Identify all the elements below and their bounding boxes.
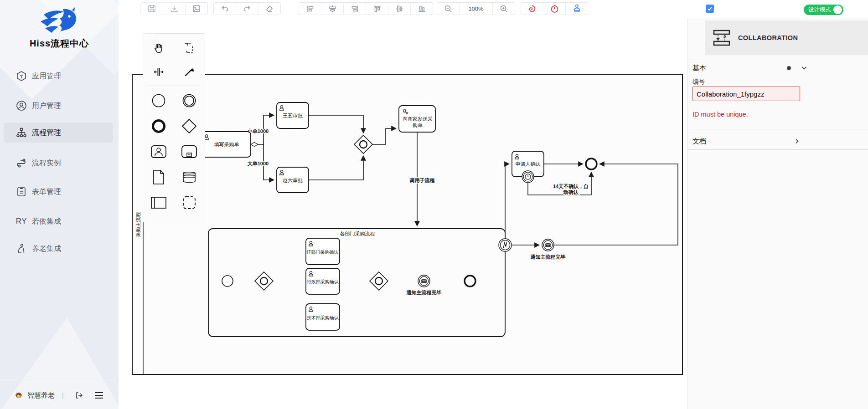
id-field-label: 编号 bbox=[692, 78, 705, 86]
svg-text:通知主流程完毕: 通知主流程完毕 bbox=[530, 254, 566, 260]
elder-person-icon bbox=[16, 243, 27, 255]
panel-divider bbox=[687, 129, 868, 129]
undo-button[interactable] bbox=[214, 3, 236, 15]
footer-divider: | bbox=[62, 392, 64, 399]
zoom-out-button[interactable] bbox=[437, 3, 459, 15]
sitemap-icon bbox=[16, 127, 27, 138]
create-user-task[interactable] bbox=[149, 142, 169, 162]
bpmn-palette bbox=[143, 33, 205, 222]
create-intermediate-event[interactable] bbox=[179, 91, 199, 111]
sidebar-item-process-mgmt[interactable]: 流程管理 bbox=[4, 123, 113, 143]
gateway-icon bbox=[181, 118, 197, 134]
user-circle-icon bbox=[16, 100, 27, 112]
space-tool-icon bbox=[153, 66, 165, 78]
app-box-icon bbox=[16, 70, 27, 82]
sidebar-footer: 智慧养老 | bbox=[0, 382, 119, 409]
subprocess-department-purchase[interactable]: 各部门采购流程 bbox=[208, 229, 505, 337]
align-center-button[interactable] bbox=[321, 3, 343, 15]
task-admin-confirm[interactable]: 行政部采购确认 bbox=[306, 268, 340, 294]
create-group[interactable] bbox=[179, 193, 199, 213]
create-subprocess[interactable] bbox=[179, 142, 199, 162]
section-basic[interactable]: 基本 bbox=[692, 62, 807, 74]
logout-icon[interactable] bbox=[75, 391, 84, 400]
zoom-level[interactable]: 100% bbox=[459, 3, 492, 15]
svg-text:购单: 购单 bbox=[413, 123, 423, 128]
svg-text:IT部门采购确认: IT部门采购确认 bbox=[307, 250, 339, 255]
task-send-order-to-vendor[interactable]: 向商家发送采 购单 bbox=[399, 106, 435, 132]
horse-logo-icon bbox=[37, 6, 81, 35]
sidebar-item-label: 用户管理 bbox=[32, 101, 61, 111]
svg-text:向商家发送采: 向商家发送采 bbox=[403, 116, 433, 122]
create-gateway[interactable] bbox=[179, 116, 199, 136]
boundary-error-event[interactable] bbox=[499, 239, 512, 251]
panel-divider bbox=[687, 60, 868, 60]
token-simulation-icon[interactable] bbox=[521, 3, 543, 15]
global-connect-tool[interactable] bbox=[179, 62, 199, 82]
sidebar-item-label: 养老集成 bbox=[32, 244, 61, 254]
align-right-button[interactable] bbox=[343, 3, 366, 15]
design-mode-label: 设计模式 bbox=[808, 6, 831, 14]
svg-text:各部门采购流程: 各部门采购流程 bbox=[340, 231, 375, 236]
create-data-object[interactable] bbox=[149, 167, 169, 187]
sidebar-item-form-mgmt[interactable]: 表单管理 bbox=[4, 182, 113, 202]
svg-text:申请人确认: 申请人确认 bbox=[516, 161, 541, 167]
validate-stamp-icon[interactable] bbox=[565, 3, 588, 15]
toggle-knob bbox=[833, 5, 842, 14]
task-it-confirm[interactable]: IT部门采购确认 bbox=[306, 238, 340, 265]
section-documentation[interactable]: 文档 bbox=[692, 134, 807, 148]
create-participant[interactable] bbox=[149, 193, 169, 213]
align-bottom-button[interactable] bbox=[410, 3, 433, 15]
group-icon bbox=[182, 195, 196, 210]
export-image-button[interactable] bbox=[185, 3, 207, 15]
sidebar: Hiss流程中心 应用管理 用户管理 流程管理 bbox=[0, 0, 119, 409]
sidebar-item-user-mgmt[interactable]: 用户管理 bbox=[4, 96, 113, 116]
erase-button[interactable] bbox=[258, 3, 280, 15]
panel-title: COLLABORATION bbox=[738, 34, 798, 41]
sidebar-item-app-mgmt[interactable]: 应用管理 bbox=[4, 66, 113, 86]
sidebar-footer-divider bbox=[0, 381, 119, 381]
design-mode-toggle[interactable]: 设计模式 bbox=[804, 5, 843, 15]
check-icon bbox=[707, 6, 713, 11]
redo-button[interactable] bbox=[236, 3, 258, 15]
task-wangwu-approve[interactable]: 王五审批 bbox=[277, 102, 309, 128]
avatar[interactable] bbox=[14, 391, 23, 400]
task-fill-purchase-form[interactable]: 填写采购单 bbox=[201, 132, 251, 157]
align-left-button[interactable] bbox=[299, 3, 321, 15]
panel-header: COLLABORATION bbox=[705, 20, 868, 55]
svg-text:赵六审批: 赵六审批 bbox=[283, 178, 303, 183]
minimap-checkbox[interactable] bbox=[706, 5, 714, 13]
create-data-store[interactable] bbox=[179, 167, 199, 187]
create-end-event[interactable] bbox=[149, 116, 169, 136]
end-event-main[interactable] bbox=[586, 158, 597, 169]
timer-log-icon[interactable] bbox=[543, 3, 565, 15]
sidebar-item-process-instance[interactable]: 流程实例 bbox=[4, 153, 113, 173]
sidebar-item-ruoyi[interactable]: RY 若依集成 bbox=[4, 211, 113, 231]
task-tech-confirm[interactable]: 技术部采购确认 bbox=[306, 304, 340, 330]
sidebar-item-label: 表单管理 bbox=[32, 187, 61, 197]
zoom-in-button[interactable] bbox=[492, 3, 515, 15]
chevron-right-icon bbox=[794, 138, 800, 144]
svg-text:动确认: 动确认 bbox=[563, 189, 579, 195]
id-input[interactable] bbox=[692, 87, 800, 101]
panel-divider bbox=[687, 149, 868, 150]
end-event-sub[interactable] bbox=[465, 276, 475, 286]
boundary-timer-event[interactable] bbox=[522, 171, 534, 183]
sidebar-item-label: 若依集成 bbox=[32, 217, 61, 226]
bpmn-designer-app: { "app": { "design_mode_label": "设计模式" }… bbox=[0, 0, 868, 409]
edited-dot-indicator bbox=[787, 66, 791, 70]
align-middle-button[interactable] bbox=[388, 3, 410, 15]
hand-tool[interactable] bbox=[149, 38, 169, 58]
toolbar: 100% 设计模 bbox=[119, 0, 868, 18]
collapse-menu-icon[interactable] bbox=[94, 391, 104, 400]
svg-text:调用子流程: 调用子流程 bbox=[409, 178, 435, 183]
sidebar-item-label: 流程管理 bbox=[32, 128, 61, 138]
align-top-button[interactable] bbox=[366, 3, 388, 15]
create-start-event[interactable] bbox=[149, 91, 169, 111]
lasso-tool[interactable] bbox=[179, 38, 199, 58]
connect-arrow-icon bbox=[183, 66, 195, 78]
task-zhaoliu-approve[interactable]: 赵六审批 bbox=[277, 167, 309, 193]
space-tool[interactable] bbox=[149, 62, 169, 82]
palette-separator bbox=[148, 86, 200, 86]
sidebar-item-elder[interactable]: 养老集成 bbox=[4, 239, 113, 259]
start-event-sub[interactable] bbox=[222, 276, 233, 286]
